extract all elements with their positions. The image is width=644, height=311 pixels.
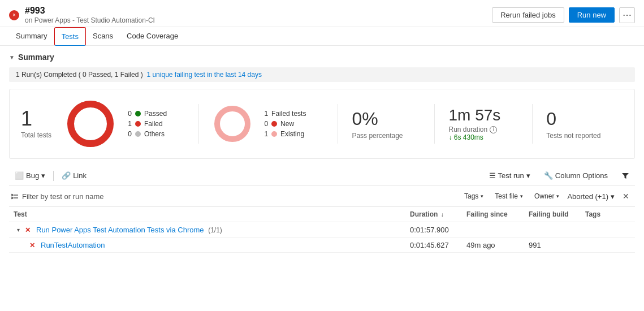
more-options-button[interactable]: ⋯ xyxy=(619,7,635,23)
failed-tests-count: 1 xyxy=(261,110,268,118)
title-section: #993 on Power Apps - Test Studio Automat… xyxy=(25,6,155,24)
bug-label: Bug xyxy=(26,171,39,180)
pass-percentage-number: 0% xyxy=(352,109,403,129)
info-icon[interactable]: i xyxy=(490,126,497,133)
filter-right: Tags ▾ Test file ▾ Owner ▾ Aborted (+1) … xyxy=(461,189,633,203)
tab-summary[interactable]: Summary xyxy=(9,27,54,46)
others-count: 0 xyxy=(125,130,132,138)
tags-caret: ▾ xyxy=(481,193,483,199)
aborted-caret: ▾ xyxy=(611,192,615,201)
column-options-icon: 🔧 xyxy=(544,171,553,180)
clear-filter-button[interactable]: ✕ xyxy=(619,189,633,203)
svg-point-2 xyxy=(217,109,248,139)
failed-dot xyxy=(135,121,141,127)
col-header-test: Test xyxy=(14,210,410,218)
filter-row: Filter by test or run name Tags ▾ Test f… xyxy=(9,186,635,207)
bug-button[interactable]: ⬜ Bug ▾ xyxy=(11,169,49,182)
duration-delta: ↓ 6s 430ms xyxy=(448,133,500,141)
owner-caret: ▾ xyxy=(556,193,559,199)
link-label: Link xyxy=(73,171,87,180)
close-button[interactable]: × xyxy=(9,10,19,20)
run-new-button[interactable]: Run new xyxy=(569,7,615,23)
svg-point-3 xyxy=(11,194,13,196)
legend-passed: 0 Passed xyxy=(125,110,167,118)
test-file-label: Test file xyxy=(495,192,518,200)
row-failed-icon: ✕ xyxy=(25,226,33,234)
total-tests-number: 1 xyxy=(21,109,32,129)
passed-count: 0 xyxy=(125,110,132,118)
tab-tests[interactable]: Tests xyxy=(54,27,86,46)
stat-total-tests: 1 Total tests xyxy=(21,109,51,139)
passed-label: Passed xyxy=(144,110,167,118)
pass-percentage-label: Pass percentage xyxy=(352,132,403,140)
owner-label: Owner xyxy=(534,192,554,200)
filter-icon-small xyxy=(11,193,19,200)
owner-filter[interactable]: Owner ▾ xyxy=(531,191,563,201)
existing-count: 1 xyxy=(261,130,268,138)
main-content: ▼ Summary 1 Run(s) Completed ( 0 Passed,… xyxy=(0,46,644,300)
row-test-name[interactable]: Run Power Apps Test Automation Tests via… xyxy=(36,226,204,234)
test-file-filter[interactable]: Test file ▾ xyxy=(491,191,526,201)
failed-donut-chart xyxy=(213,104,252,144)
failed-tests-label: Failed tests xyxy=(271,110,306,118)
donut-svg xyxy=(65,98,116,149)
pipeline-title: #993 xyxy=(25,6,155,16)
summary-bar-text: 1 Run(s) Completed ( 0 Passed, 1 Failed … xyxy=(16,71,143,79)
column-options-button[interactable]: 🔧 Column Options xyxy=(541,169,611,182)
run-duration-label: Run duration i xyxy=(448,126,500,133)
test-run-button[interactable]: ☰ Test run ▾ xyxy=(486,169,534,182)
filter-left: Filter by test or run name xyxy=(11,192,104,201)
col-header-duration[interactable]: Duration ↓ xyxy=(410,210,466,218)
unique-failing-link[interactable]: 1 unique failing test in the last 14 day… xyxy=(146,71,261,79)
failed-legend: 1 Failed tests 0 New 1 Existing xyxy=(261,110,306,138)
pipeline-subtitle: on Power Apps - Test Studio Automation-C… xyxy=(25,16,155,24)
others-label: Others xyxy=(144,130,165,138)
link-button[interactable]: 🔗 Link xyxy=(58,169,90,182)
subrow-test-name[interactable]: RunTestAutomation xyxy=(41,241,105,249)
test-run-chevron: ▾ xyxy=(526,171,530,180)
run-duration-number: 1m 57s xyxy=(448,106,500,124)
col-header-tags: Tags xyxy=(585,210,630,218)
bug-icon: ⬜ xyxy=(15,171,24,180)
tab-code-coverage[interactable]: Code Coverage xyxy=(120,27,185,46)
tab-scans[interactable]: Scans xyxy=(86,27,120,46)
page-header: × #993 on Power Apps - Test Studio Autom… xyxy=(0,0,644,27)
stat-tests-not-reported: 0 Tests not reported xyxy=(546,109,600,140)
subrow-failed-icon: ✕ xyxy=(29,241,37,249)
test-file-caret: ▾ xyxy=(520,193,523,199)
test-run-icon: ☰ xyxy=(489,171,496,180)
chevron-down-icon[interactable]: ▼ xyxy=(9,54,15,61)
divider-2 xyxy=(338,104,338,144)
filter-funnel-button[interactable] xyxy=(618,170,633,182)
failed-label: Failed xyxy=(144,120,163,128)
header-actions: Rerun failed jobs Run new ⋯ xyxy=(492,7,635,23)
chevron-down-icon: ▾ xyxy=(17,227,20,233)
link-icon: 🔗 xyxy=(62,171,71,180)
col-header-failing-build: Failing build xyxy=(529,210,585,218)
toolbar-left: ⬜ Bug ▾ 🔗 Link xyxy=(11,169,90,182)
tests-donut-chart xyxy=(65,98,116,149)
others-dot xyxy=(135,131,141,137)
subrow-duration: 0:01:45.627 xyxy=(410,241,466,249)
summary-bar: 1 Run(s) Completed ( 0 Passed, 1 Failed … xyxy=(9,67,635,82)
svg-point-1 xyxy=(71,104,110,144)
row-expand-button[interactable]: ▾ xyxy=(14,227,23,233)
duration-sort-icon: ↓ xyxy=(441,211,444,218)
tabs-bar: Summary Tests Scans Code Coverage xyxy=(0,27,644,46)
stat-pass-percentage: 0% Pass percentage xyxy=(352,109,403,140)
close-icon: × xyxy=(12,12,16,18)
divider-4 xyxy=(532,104,533,144)
bug-chevron: ▾ xyxy=(41,171,45,180)
new-dot xyxy=(271,121,277,127)
legend-failed: 1 Failed xyxy=(125,120,167,128)
new-count: 0 xyxy=(261,120,268,128)
rerun-failed-jobs-button[interactable]: Rerun failed jobs xyxy=(492,7,564,23)
table-toolbar: ⬜ Bug ▾ 🔗 Link ☰ Test run ▾ 🔧 Column Opt… xyxy=(9,166,635,186)
aborted-filter[interactable]: Aborted (+1) ▾ xyxy=(567,192,615,201)
existing-dot xyxy=(271,131,277,137)
column-options-label: Column Options xyxy=(555,171,608,180)
legend-failed-tests: 1 Failed tests xyxy=(261,110,306,118)
total-tests-label: Total tests xyxy=(21,131,51,139)
toolbar-separator xyxy=(53,171,54,181)
tags-filter[interactable]: Tags ▾ xyxy=(461,191,487,201)
